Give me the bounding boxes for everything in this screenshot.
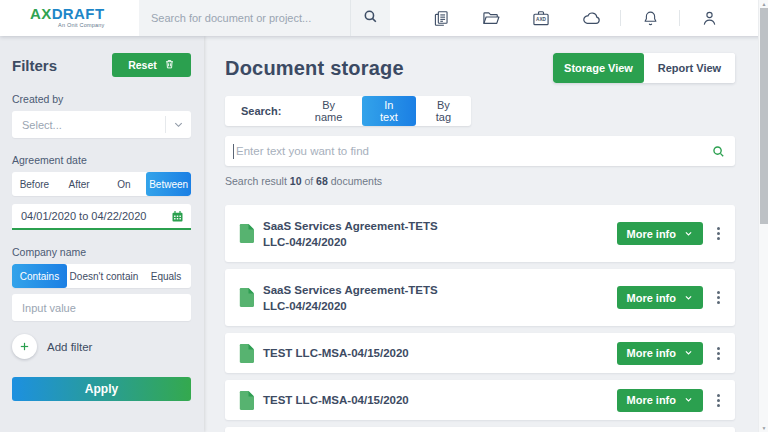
document-card: TEST LLC-MSA-04/15/2020 More info [225,333,735,373]
reset-filters-button[interactable]: Reset [112,53,191,77]
company-name-input-wrap [12,294,191,321]
find-text-field [225,136,735,166]
chevron-down-icon [684,394,693,406]
kebab-menu[interactable] [714,223,723,244]
cloud-icon[interactable] [580,7,602,29]
created-by-value: Select... [12,119,165,131]
scrollbar-up-arrow[interactable] [759,0,768,8]
kebab-menu[interactable] [714,390,723,411]
document-title[interactable]: SaaS Services Agreement-TETS LLC-04/24/2… [263,218,438,250]
global-search-input[interactable] [139,12,350,24]
more-info-label: More info [627,228,677,240]
more-info-label: More info [627,347,677,359]
app-window: AXDRAFT An Onit Company AXD [0,0,768,432]
logo-part-ax: AX [30,5,52,22]
find-text-input[interactable] [234,145,701,157]
document-file-icon [239,391,254,410]
company-name-mode: Contains Doesn't contain Equals [12,264,191,288]
created-by-select[interactable]: Select... [12,111,191,138]
document-title-line1: SaaS Services Agreement-TETS [263,218,438,234]
more-info-label: More info [627,292,677,304]
date-between-option[interactable]: Between [146,172,191,196]
logo-part-draft: DRAFT [52,5,105,22]
top-bar: AXDRAFT An Onit Company AXD [0,0,768,36]
user-icon[interactable] [698,7,720,29]
reset-label: Reset [128,59,157,71]
axdraft-logo[interactable]: AXDRAFT An Onit Company [30,5,104,28]
company-name-label: Company name [12,246,191,258]
document-storage-panel: Document storage Storage View Report Vie… [204,36,768,432]
search-tabs-label: Search: [241,105,281,117]
more-info-button[interactable]: More info [617,286,704,309]
document-title-line2: LLC-04/24/2020 [263,298,438,314]
document-card-partial [225,427,735,432]
filters-title: Filters [12,57,57,74]
header-divider [679,10,680,26]
result-of: of [304,175,313,187]
calendar-icon[interactable] [163,209,191,224]
more-info-label: More info [627,394,677,406]
kebab-menu[interactable] [714,287,723,308]
document-file-icon [239,288,254,307]
tab-in-text[interactable]: In text [362,96,416,126]
document-title[interactable]: SaaS Services Agreement-TETS LLC-04/24/2… [263,282,438,314]
scrollbar-down-arrow[interactable] [759,424,768,432]
header-divider [620,10,621,26]
filters-sidebar: Filters Reset Created by Select... Agree… [0,36,204,432]
more-info-button[interactable]: More info [617,342,704,365]
document-card: SaaS Services Agreement-TETS LLC-04/24/2… [225,205,735,262]
bell-icon[interactable] [639,7,661,29]
chevron-down-icon [165,116,191,133]
documents-icon[interactable] [430,7,452,29]
result-suffix: documents [331,175,382,187]
view-toggle: Storage View Report View [553,53,735,83]
tab-by-name[interactable]: By name [295,96,362,126]
document-title[interactable]: TEST LLC-MSA-04/15/2020 [263,392,409,408]
plus-icon[interactable] [12,334,37,359]
more-info-button[interactable]: More info [617,389,704,412]
result-prefix: Search result [225,175,287,187]
kebab-menu[interactable] [714,343,723,364]
company-name-input[interactable] [12,302,191,314]
result-total-count: 68 [316,175,328,187]
document-title[interactable]: TEST LLC-MSA-04/15/2020 [263,345,409,361]
company-doesnt-contain-option[interactable]: Doesn't contain [67,264,141,288]
date-range-field[interactable]: 04/01/2020 to 04/22/2020 [12,204,191,230]
company-equals-option[interactable]: Equals [141,264,191,288]
add-filter-label: Add filter [47,341,92,353]
date-after-option[interactable]: After [57,172,102,196]
document-file-icon [239,224,254,243]
chevron-down-icon [684,292,693,304]
chevron-down-icon [684,228,693,240]
page-title: Document storage [225,57,404,80]
document-title-line1: TEST LLC-MSA-04/15/2020 [263,345,409,361]
created-by-label: Created by [12,93,191,105]
document-file-icon [239,344,254,363]
report-view-button[interactable]: Report View [644,53,735,83]
date-on-option[interactable]: On [102,172,147,196]
folder-icon[interactable] [480,7,502,29]
chevron-down-icon [684,347,693,359]
agreement-date-mode: Before After On Between [12,172,191,196]
document-list: SaaS Services Agreement-TETS LLC-04/24/2… [225,205,735,432]
briefcase-axd-icon[interactable]: AXD [530,7,552,29]
tab-by-tag[interactable]: By tag [416,96,471,126]
result-shown-count: 10 [290,175,302,187]
apply-filters-button[interactable]: Apply [12,377,191,401]
global-search-button[interactable] [350,0,390,36]
document-title-line1: TEST LLC-MSA-04/15/2020 [263,392,409,408]
date-before-option[interactable]: Before [12,172,57,196]
storage-view-button[interactable]: Storage View [553,53,644,83]
window-scrollbar[interactable] [758,0,768,432]
global-search [139,0,390,36]
company-contains-option[interactable]: Contains [12,264,67,288]
scrollbar-thumb[interactable] [760,8,768,224]
trash-icon [164,58,175,72]
search-result-summary: Search result 10 of 68 documents [225,175,735,188]
search-mode-tabs: Search: By name In text By tag [225,96,471,126]
add-filter-button[interactable]: Add filter [12,334,191,359]
more-info-button[interactable]: More info [617,222,704,245]
search-icon-green[interactable] [701,144,735,159]
document-title-line1: SaaS Services Agreement-TETS [263,282,438,298]
briefcase-label: AXD [536,17,546,22]
